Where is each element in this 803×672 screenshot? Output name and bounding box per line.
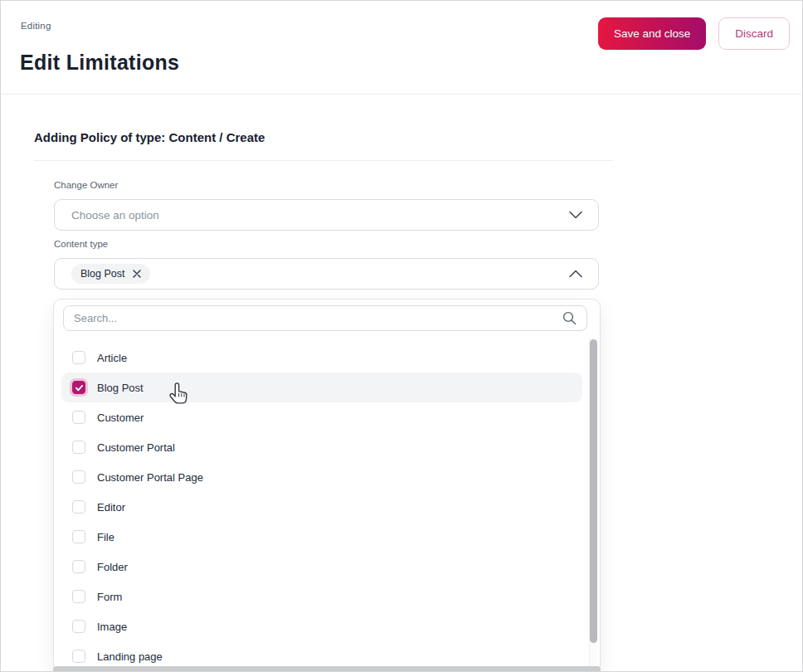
- policy-section-title: Adding Policy of type: Content / Create: [34, 130, 265, 144]
- list-item[interactable]: Form: [61, 582, 582, 611]
- breadcrumb: Editing: [21, 21, 51, 31]
- list-item[interactable]: Customer: [61, 402, 582, 432]
- option-label: Folder: [97, 561, 128, 573]
- option-label: Article: [97, 352, 127, 364]
- checkbox[interactable]: [72, 530, 85, 543]
- list-item[interactable]: Blog Post: [61, 373, 582, 402]
- dropdown-search[interactable]: [63, 305, 587, 331]
- section-divider: [34, 160, 613, 161]
- option-label: Customer: [97, 411, 144, 424]
- option-label: Image: [97, 621, 127, 633]
- change-owner-select[interactable]: Choose an option: [54, 199, 599, 231]
- list-item[interactable]: Customer Portal: [61, 432, 582, 462]
- checkbox[interactable]: [72, 381, 85, 394]
- dropdown-scrollbar[interactable]: [589, 338, 596, 672]
- checkbox[interactable]: [72, 441, 85, 454]
- page-header: Editing Edit Limitations Save and close …: [1, 1, 802, 95]
- option-label: Customer Portal: [97, 441, 175, 454]
- content-type-dropdown-panel: Article Blog Post Customer Customer Port…: [53, 299, 601, 672]
- chevron-down-icon[interactable]: [569, 212, 582, 219]
- scrollbar-thumb[interactable]: [590, 339, 597, 643]
- search-input[interactable]: [74, 312, 556, 324]
- checkbox[interactable]: [72, 650, 85, 663]
- option-label: Landing page: [97, 650, 163, 663]
- checkbox[interactable]: [72, 500, 85, 514]
- selected-chip-label: Blog Post: [80, 268, 125, 280]
- chevron-up-icon[interactable]: [569, 270, 582, 278]
- checkbox[interactable]: [72, 620, 85, 633]
- checkbox[interactable]: [72, 470, 85, 484]
- option-label: File: [97, 531, 114, 543]
- edit-limitations-page: { "header": { "eyebrow": "Editing", "tit…: [0, 0, 803, 672]
- selected-chip: Blog Post: [71, 264, 150, 284]
- page-title: Edit Limitations: [20, 51, 179, 75]
- content-type-label: Content type: [54, 239, 108, 249]
- option-label: Customer Portal Page: [97, 471, 203, 484]
- list-item[interactable]: Article: [61, 343, 582, 373]
- list-item[interactable]: Image: [61, 611, 582, 641]
- list-item[interactable]: File: [61, 522, 582, 552]
- checkbox[interactable]: [72, 560, 85, 573]
- option-label: Blog Post: [97, 382, 144, 394]
- list-item[interactable]: Folder: [61, 552, 582, 582]
- list-item[interactable]: Customer Portal Page: [61, 462, 582, 492]
- checkbox[interactable]: [72, 590, 85, 603]
- checkbox[interactable]: [72, 351, 85, 364]
- option-label: Form: [97, 591, 122, 603]
- content-type-option-list: Article Blog Post Customer Customer Port…: [54, 343, 601, 671]
- option-label: Editor: [97, 501, 125, 514]
- header-actions: Save and close Discard: [598, 17, 790, 50]
- discard-button[interactable]: Discard: [718, 17, 790, 50]
- chip-remove-icon[interactable]: [133, 270, 141, 278]
- change-owner-placeholder: Choose an option: [71, 209, 159, 222]
- horizontal-scrollbar[interactable]: [53, 666, 601, 672]
- checkbox[interactable]: [72, 411, 85, 424]
- save-and-close-button[interactable]: Save and close: [598, 17, 706, 50]
- change-owner-label: Change Owner: [54, 180, 118, 190]
- content-type-multiselect[interactable]: Blog Post: [54, 258, 599, 290]
- list-item[interactable]: Editor: [61, 492, 582, 522]
- search-icon: [562, 311, 577, 325]
